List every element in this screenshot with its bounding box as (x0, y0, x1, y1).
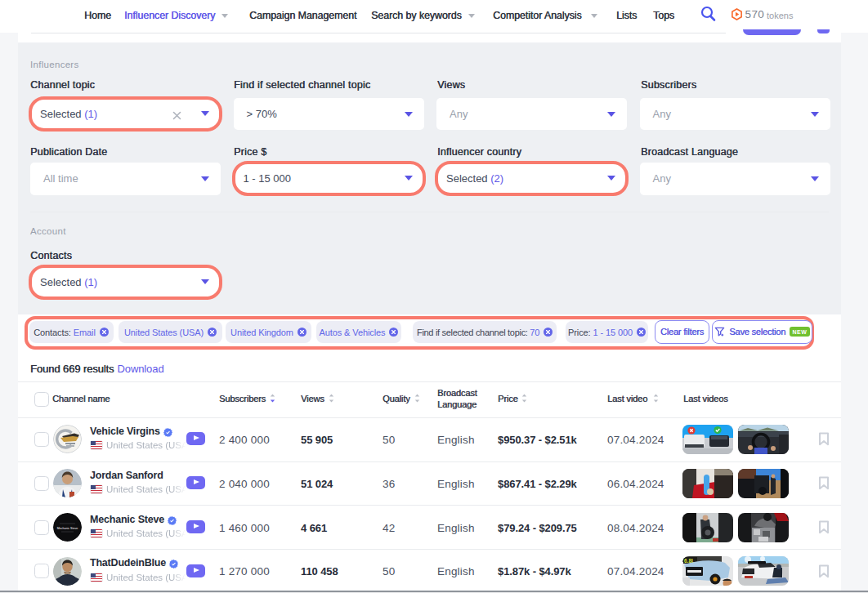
svg-text:Mechanic Steve: Mechanic Steve (57, 527, 78, 530)
